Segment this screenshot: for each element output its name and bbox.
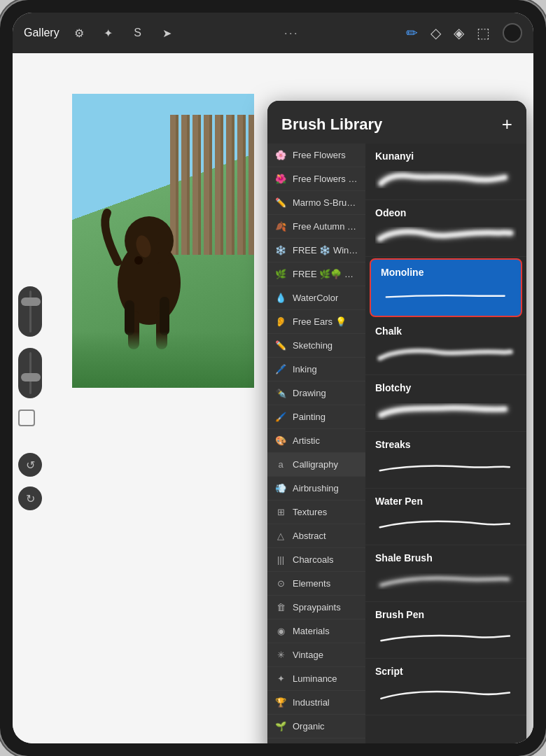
sidebar-item-airbrushing[interactable]: 💨 Airbrushing [267, 477, 365, 500]
cat-icon-airbrushing: 💨 [274, 483, 287, 493]
cat-icon-sketching: ✏️ [274, 340, 287, 351]
cat-label-marmo: Marmo S-Brush Pack [293, 197, 358, 208]
undo-button[interactable]: ↺ [18, 453, 42, 477]
magic-icon[interactable]: ✦ [99, 23, 118, 43]
cat-label-free-flowers-v2: Free Flowers V.2 [293, 174, 358, 184]
color-picker[interactable] [503, 23, 522, 43]
cat-icon-free-flowers: 🌸 [274, 150, 287, 160]
cat-label-free-flowers: Free Flowers [293, 150, 346, 160]
sidebar-item-sketching[interactable]: ✏️ Sketching [267, 334, 365, 358]
cat-label-watercolor: WaterColor [293, 293, 338, 303]
sidebar-item-industrial[interactable]: 🏆 Industrial [267, 691, 365, 715]
sidebar-item-textures[interactable]: ⊞ Textures [267, 500, 365, 524]
redo-button[interactable]: ↻ [18, 486, 42, 510]
cat-icon-free-ears: 👂 [274, 316, 287, 327]
canvas-image [72, 94, 254, 388]
brush-item-script[interactable]: Script [365, 659, 526, 715]
dots-menu[interactable]: ··· [284, 26, 299, 41]
top-bar-left: Gallery ⚙ ✦ S ➤ [24, 23, 177, 43]
brush-item-streaks[interactable]: Streaks [365, 432, 526, 489]
cat-icon-free-autumn: 🍂 [274, 221, 287, 232]
cat-icon-vintage: ✳ [274, 650, 287, 660]
sidebar-item-abstract[interactable]: △ Abstract [267, 524, 365, 548]
sidebar-item-vintage[interactable]: ✳ Vintage [267, 643, 365, 667]
cat-label-calligraphy: Calligraphy [293, 459, 338, 470]
brush-name-odeon: Odeon [375, 207, 517, 218]
sidebar-item-elements[interactable]: ⊙ Elements [267, 572, 365, 596]
brush-list: Kunanyi Odeon [365, 144, 526, 743]
sidebar-item-calligraphy[interactable]: a Calligraphy [267, 453, 365, 477]
svg-point-7 [134, 256, 143, 265]
cat-icon-painting: 🖌️ [274, 412, 287, 422]
sidebar-item-watercolor[interactable]: 💧 WaterColor [267, 286, 365, 310]
brush-item-brush-pen[interactable]: Brush Pen [365, 602, 526, 659]
add-brush-button[interactable]: + [502, 113, 512, 135]
sidebar-item-water[interactable]: 〰 Water [267, 738, 365, 743]
cat-label-painting: Painting [293, 412, 326, 422]
brush-name-shale-brush: Shale Brush [375, 552, 517, 564]
cat-label-free-ears: Free Ears 💡 [293, 316, 346, 327]
sidebar-item-inking[interactable]: 🖊️ Inking [267, 358, 365, 382]
sidebar-item-charcoals[interactable]: ||| Charcoals [267, 548, 365, 572]
brush-name-blotchy: Blotchy [375, 382, 517, 393]
brush-preview-script [375, 681, 517, 708]
sidebar-item-artistic[interactable]: 🎨 Artistic [267, 429, 365, 453]
cat-label-luminance: Luminance [293, 673, 337, 684]
canvas-transform-icon[interactable] [18, 410, 35, 426]
sidebar-item-painting[interactable]: 🖌️ Painting [267, 405, 365, 429]
sidebar-item-free-nature[interactable]: 🌿 FREE 🌿🌳 Nature... [267, 262, 365, 286]
canvas-area: ↺ ↻ [13, 53, 533, 743]
sidebar-item-free-autumn[interactable]: 🍂 Free Autumn Brushes... [267, 215, 365, 239]
brush-item-shale-brush[interactable]: Shale Brush [365, 545, 526, 602]
cat-label-industrial: Industrial [293, 697, 330, 708]
top-bar-center: ··· [177, 26, 406, 41]
layers-icon[interactable]: ⬚ [477, 24, 490, 41]
sidebar-item-luminance[interactable]: ✦ Luminance [267, 667, 365, 691]
sidebar-item-marmo[interactable]: ✏️ Marmo S-Brush Pack [267, 191, 365, 215]
pen-tool-icon[interactable]: ✏ [406, 24, 418, 41]
cat-label-organic: Organic [293, 721, 325, 732]
brush-item-kunanyi[interactable]: Kunanyi [365, 144, 526, 200]
brush-preview-kunanyi [375, 166, 517, 192]
sidebar-item-drawing[interactable]: ✒️ Drawing [267, 382, 365, 405]
cat-label-textures: Textures [293, 507, 327, 517]
eraser-tool-icon[interactable]: ◇ [430, 24, 441, 41]
brush-name-water-pen: Water Pen [375, 496, 517, 507]
svg-rect-5 [160, 297, 169, 335]
brush-item-odeon[interactable]: Odeon [365, 200, 526, 257]
sidebar-item-spraypaints[interactable]: 🗑 Spraypaints [267, 596, 365, 620]
brush-name-script: Script [375, 666, 517, 677]
cat-label-free-nature: FREE 🌿🌳 Nature... [293, 269, 358, 279]
cat-label-artistic: Artistic [293, 435, 320, 446]
cat-icon-luminance: ✦ [274, 673, 287, 684]
smear-tool-icon[interactable]: ◈ [454, 24, 464, 41]
cat-label-vintage: Vintage [293, 650, 323, 660]
move-icon[interactable]: ➤ [158, 23, 177, 43]
gallery-button[interactable]: Gallery [24, 27, 59, 39]
brush-preview-water-pen [375, 511, 517, 538]
brush-preview-brush-pen [375, 624, 517, 651]
smudge-icon[interactable]: S [128, 23, 148, 43]
sidebar-item-free-winter[interactable]: ❄️ FREE ❄️ Winter N... [267, 239, 365, 262]
size-slider[interactable] [18, 286, 42, 337]
cat-label-inking: Inking [293, 364, 317, 374]
brush-name-kunanyi: Kunanyi [375, 150, 517, 162]
brush-item-monoline[interactable]: Monoline [370, 258, 522, 317]
cat-icon-materials: ◉ [274, 626, 287, 636]
cat-icon-charcoals: ||| [274, 554, 287, 565]
sidebar-item-materials[interactable]: ◉ Materials [267, 620, 365, 643]
cat-icon-free-nature: 🌿 [274, 269, 287, 279]
sidebar-item-free-ears[interactable]: 👂 Free Ears 💡 [267, 310, 365, 334]
cat-label-airbrushing: Airbrushing [293, 483, 339, 493]
opacity-slider[interactable] [18, 348, 42, 398]
sidebar-item-organic[interactable]: 🌱 Organic [267, 715, 365, 738]
sidebar-item-free-flowers-v2[interactable]: 🌺 Free Flowers V.2 [267, 167, 365, 191]
category-list: 🌸 Free Flowers 🌺 Free Flowers V.2 ✏️ Mar… [267, 144, 365, 743]
brush-name-brush-pen: Brush Pen [375, 609, 517, 620]
brush-item-chalk[interactable]: Chalk [365, 318, 526, 375]
wrench-icon[interactable]: ⚙ [69, 23, 89, 43]
sidebar-item-free-flowers[interactable]: 🌸 Free Flowers [267, 144, 365, 167]
brush-name-streaks: Streaks [375, 439, 517, 450]
brush-item-blotchy[interactable]: Blotchy [365, 375, 526, 432]
brush-item-water-pen[interactable]: Water Pen [365, 489, 526, 545]
